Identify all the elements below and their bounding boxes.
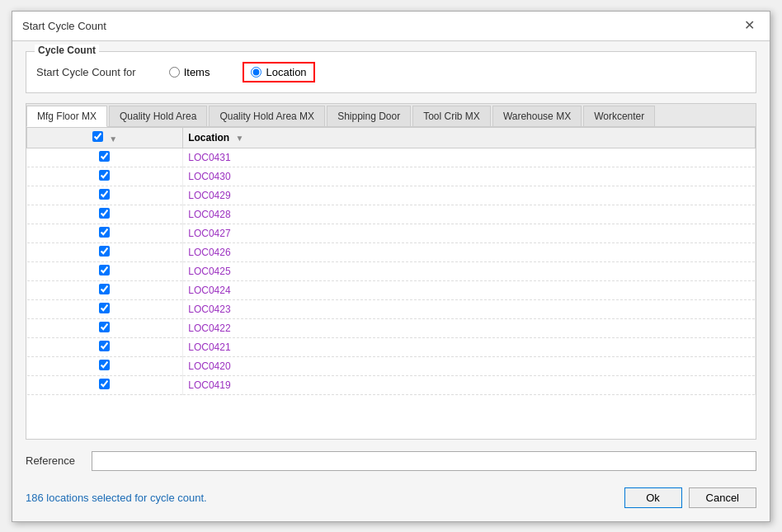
footer-row: 186 locations selected for cycle count. … [26,483,756,511]
col-header-check[interactable]: ▼ [27,127,183,148]
location-cell: LOC0431 [183,148,756,167]
row-checkbox[interactable] [99,246,110,257]
location-cell: LOC0424 [183,280,756,299]
location-cell: LOC0428 [183,205,756,224]
location-cell: LOC0425 [183,261,756,280]
row-checkbox-cell[interactable] [27,242,183,261]
row-checkbox-cell[interactable] [27,356,183,375]
table-row: LOC0424 [27,280,756,299]
tab-workcenter[interactable]: Workcenter [583,106,655,126]
status-text: 186 locations selected for cycle count. [26,492,207,504]
table-row: LOC0431 [27,148,756,167]
row-checkbox[interactable] [99,208,110,219]
start-cycle-count-dialog: Start Cycle Count ✕ Cycle Count Start Cy… [12,11,770,522]
location-table: ▼ Location ▼ LOC0431LOC0430LOC0429LOC042… [26,127,756,395]
table-row: LOC0421 [27,337,756,356]
ok-button[interactable]: Ok [624,487,682,508]
button-group: Ok Cancel [624,487,756,508]
table-row: LOC0427 [27,224,756,242]
row-checkbox[interactable] [99,227,110,238]
table-row: LOC0420 [27,356,756,375]
row-checkbox[interactable] [99,322,110,332]
row-checkbox-cell[interactable] [27,375,183,394]
cycle-count-group: Cycle Count Start Cycle Count for Items … [26,51,756,93]
select-all-checkbox[interactable] [92,131,103,142]
location-cell: LOC0422 [183,318,756,337]
row-checkbox[interactable] [99,341,110,351]
tabs-container: Mfg Floor MX Quality Hold Area Quality H… [26,103,756,440]
row-checkbox[interactable] [99,284,110,294]
filter-icon: ▼ [109,134,117,144]
tab-mfg-floor-mx[interactable]: Mfg Floor MX [26,106,107,127]
dialog-body: Cycle Count Start Cycle Count for Items … [12,41,770,521]
location-cell: LOC0420 [183,356,756,375]
tab-quality-hold-area[interactable]: Quality Hold Area [109,106,207,126]
table-row: LOC0429 [27,186,756,205]
row-checkbox-cell[interactable] [27,186,183,205]
row-checkbox[interactable] [99,303,110,313]
tab-quality-hold-area-mx[interactable]: Quality Hold Area MX [209,106,325,126]
location-cell: LOC0426 [183,242,756,261]
table-row: LOC0425 [27,261,756,280]
row-checkbox-cell[interactable] [27,280,183,299]
location-filter-icon: ▼ [236,134,244,143]
row-checkbox-cell[interactable] [27,148,183,167]
location-radio-option[interactable]: Location [243,62,314,82]
row-checkbox-cell[interactable] [27,167,183,186]
title-bar: Start Cycle Count ✕ [12,12,770,41]
row-checkbox[interactable] [99,265,110,275]
tab-warehouse-mx[interactable]: Warehouse MX [492,106,582,126]
tab-content: ▼ Location ▼ LOC0431LOC0430LOC0429LOC042… [26,127,756,439]
group-legend: Cycle Count [35,45,99,56]
tabs-header: Mfg Floor MX Quality Hold Area Quality H… [26,104,756,127]
table-row: LOC0419 [27,375,756,394]
dialog-title: Start Cycle Count [22,20,106,32]
table-row: LOC0423 [27,299,756,318]
location-cell: LOC0419 [183,375,756,394]
row-checkbox[interactable] [99,379,110,389]
row-checkbox-cell[interactable] [27,205,183,224]
row-checkbox-cell[interactable] [27,337,183,356]
tab-shipping-door[interactable]: Shipping Door [327,106,411,126]
row-checkbox-cell[interactable] [27,318,183,337]
items-radio[interactable] [169,67,180,78]
table-row: LOC0428 [27,205,756,224]
location-radio-label: Location [266,66,306,78]
location-cell: LOC0427 [183,224,756,242]
reference-label: Reference [26,454,83,467]
items-radio-option[interactable]: Items [169,66,210,78]
close-button[interactable]: ✕ [739,17,760,34]
radio-row: Start Cycle Count for Items Location [36,59,746,82]
row-checkbox[interactable] [99,151,110,162]
row-checkbox-cell[interactable] [27,299,183,318]
row-checkbox-cell[interactable] [27,261,183,280]
tab-tool-crib-mx[interactable]: Tool Crib MX [412,106,491,126]
location-cell: LOC0421 [183,337,756,356]
reference-input[interactable] [92,451,756,471]
table-wrapper[interactable]: ▼ Location ▼ LOC0431LOC0430LOC0429LOC042… [26,127,756,439]
col-header-location[interactable]: Location ▼ [183,127,756,148]
row-checkbox[interactable] [99,360,110,370]
table-row: LOC0422 [27,318,756,337]
location-radio[interactable] [251,67,261,78]
table-row: LOC0430 [27,167,756,186]
table-body: LOC0431LOC0430LOC0429LOC0428LOC0427LOC04… [27,148,756,394]
row-checkbox-cell[interactable] [27,224,183,242]
location-cell: LOC0429 [183,186,756,205]
location-col-label: Location [188,132,229,144]
location-cell: LOC0430 [183,167,756,186]
row-checkbox[interactable] [99,170,110,181]
location-cell: LOC0423 [183,299,756,318]
cancel-button[interactable]: Cancel [689,487,756,508]
row-checkbox[interactable] [99,189,110,200]
reference-row: Reference [26,446,756,476]
start-cycle-label: Start Cycle Count for [36,66,136,78]
items-radio-label: Items [184,66,210,78]
table-row: LOC0426 [27,242,756,261]
